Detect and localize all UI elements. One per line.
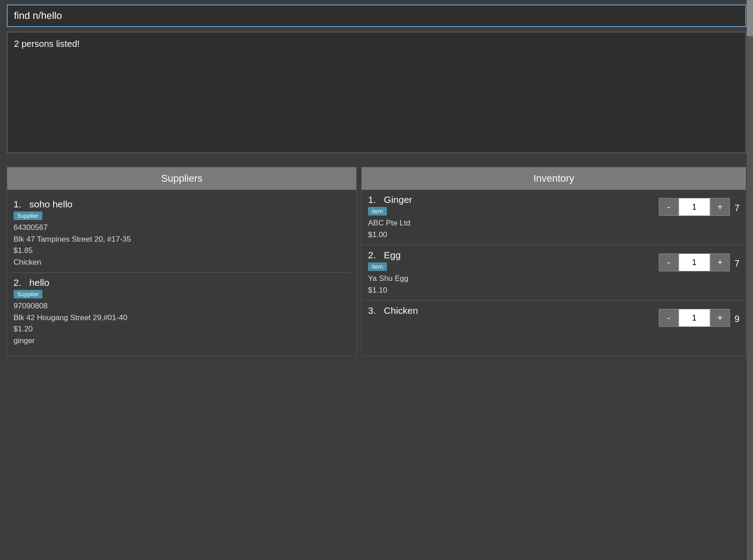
supplier-1-price: $1.85 xyxy=(14,245,350,257)
scrollbar-track[interactable] xyxy=(747,0,753,560)
inventory-3-index: 3. xyxy=(368,305,376,316)
supplier-item-1: 1. soho hello Supplier 64300567 Blk 47 T… xyxy=(14,194,350,273)
inventory-2-stock: 7 xyxy=(735,258,739,269)
inventory-2-quantity-input[interactable] xyxy=(679,253,710,271)
supplier-1-tag: Supplier xyxy=(14,211,42,220)
inventory-2-index: 2. xyxy=(368,250,376,260)
inventory-1-quantity-input[interactable] xyxy=(679,198,710,216)
inventory-2-controls: - + 7 xyxy=(659,253,739,271)
inventory-2-decrement-button[interactable]: - xyxy=(659,253,679,271)
output-box: 2 persons listed! xyxy=(7,32,746,153)
supplier-2-title: 2. hello xyxy=(14,277,350,288)
inventory-3-increment-button[interactable]: + xyxy=(710,309,730,327)
scrollbar-thumb[interactable] xyxy=(747,0,753,36)
bottom-section: Suppliers 1. soho hello Supplier 6430056… xyxy=(0,167,753,356)
inventory-3-name: Chicken xyxy=(384,305,418,316)
inventory-3-left: 3. Chicken xyxy=(368,305,659,318)
inventory-2-title: 2. Egg xyxy=(368,250,659,261)
command-input-wrapper xyxy=(7,5,746,27)
supplier-1-product: Chicken xyxy=(14,257,350,268)
supplier-2-phone: 97090808 xyxy=(14,300,350,312)
supplier-2-address: Blk 42 Hougang Street 29,#01-40 xyxy=(14,312,350,324)
inventory-2-price: $1.10 xyxy=(368,285,659,296)
supplier-item-2: 2. hello Supplier 97090808 Blk 42 Hougan… xyxy=(14,273,350,351)
inventory-3-stock: 9 xyxy=(735,314,739,324)
supplier-2-price: $1.20 xyxy=(14,323,350,335)
inventory-panel: Inventory 1. Ginger Item ABC Pte Ltd $1.… xyxy=(361,167,746,356)
inventory-1-tag: Item xyxy=(368,207,386,216)
inventory-1-controls: - + 7 xyxy=(659,198,739,216)
inventory-1-left: 1. Ginger Item ABC Pte Ltd $1.00 xyxy=(368,194,659,240)
supplier-2-name: hello xyxy=(29,277,49,288)
supplier-1-title: 1. soho hello xyxy=(14,199,350,210)
inventory-item-2: 2. Egg Item Ya Shu Egg $1.10 - + 7 xyxy=(362,245,746,301)
supplier-2-tag: Supplier xyxy=(14,290,42,298)
supplier-1-phone: 64300567 xyxy=(14,222,350,234)
inventory-item-1: 1. Ginger Item ABC Pte Ltd $1.00 - + 7 xyxy=(362,190,746,245)
supplier-2-product: ginger xyxy=(14,335,350,347)
inventory-2-name: Egg xyxy=(384,250,400,260)
output-message: 2 persons listed! xyxy=(14,39,80,49)
inventory-1-decrement-button[interactable]: - xyxy=(659,198,679,216)
inventory-1-increment-button[interactable]: + xyxy=(710,198,730,216)
suppliers-panel-content: 1. soho hello Supplier 64300567 Blk 47 T… xyxy=(7,190,356,355)
inventory-1-price: $1.00 xyxy=(368,229,659,241)
top-section: 2 persons listed! xyxy=(0,0,753,153)
inventory-3-decrement-button[interactable]: - xyxy=(659,309,679,327)
inventory-2-increment-button[interactable]: + xyxy=(710,253,730,271)
inventory-1-supplier: ABC Pte Ltd xyxy=(368,217,659,229)
inventory-2-left: 2. Egg Item Ya Shu Egg $1.10 xyxy=(368,250,659,296)
inventory-3-controls: - + 9 xyxy=(659,309,739,327)
supplier-1-address: Blk 47 Tampines Street 20, #17-35 xyxy=(14,234,350,245)
suppliers-panel-header: Suppliers xyxy=(7,167,356,190)
inventory-1-title: 1. Ginger xyxy=(368,194,659,205)
suppliers-panel: Suppliers 1. soho hello Supplier 6430056… xyxy=(7,167,357,356)
inventory-2-supplier: Ya Shu Egg xyxy=(368,273,659,285)
inventory-1-index: 1. xyxy=(368,194,376,205)
inventory-panel-header: Inventory xyxy=(362,167,746,190)
supplier-1-index: 1. xyxy=(14,199,22,209)
inventory-1-stock: 7 xyxy=(735,203,739,213)
supplier-2-index: 2. xyxy=(14,277,22,288)
inventory-3-title: 3. Chicken xyxy=(368,305,659,316)
inventory-3-quantity-input[interactable] xyxy=(679,309,710,327)
command-input[interactable] xyxy=(14,10,739,22)
inventory-2-tag: Item xyxy=(368,262,386,271)
inventory-1-name: Ginger xyxy=(384,194,412,205)
inventory-item-3: 3. Chicken - + 9 xyxy=(362,301,746,328)
supplier-1-name: soho hello xyxy=(29,199,73,209)
